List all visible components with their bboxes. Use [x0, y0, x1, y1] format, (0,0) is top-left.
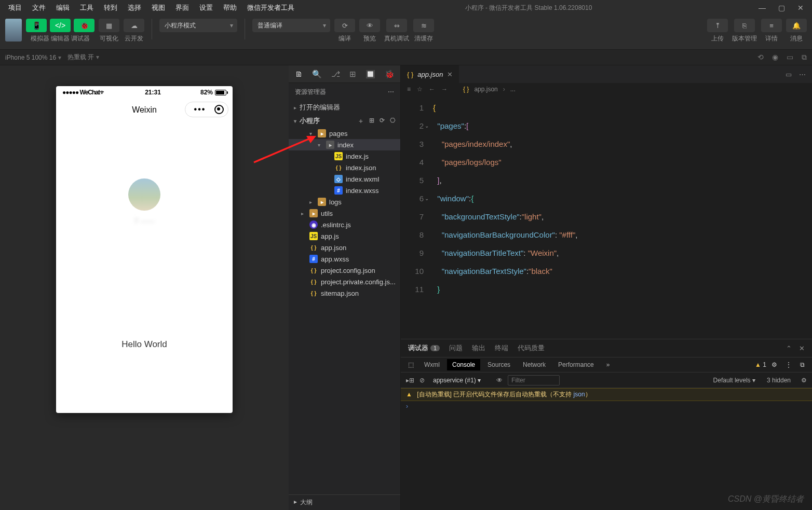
context-select[interactable]: appservice (#1) ▾: [430, 376, 491, 385]
editor-tool-icon[interactable]: ←: [429, 86, 435, 93]
editor-tool-icon[interactable]: ≡: [407, 86, 411, 93]
tree-item-pages[interactable]: ▾▸pages: [289, 128, 400, 139]
tree-item-project.private.config.js...[interactable]: { }project.private.config.js...: [289, 276, 400, 287]
devtools-tab-performance[interactable]: Performance: [553, 359, 599, 370]
capsule-close-icon[interactable]: [214, 105, 224, 114]
debugger-tab-代码质量[interactable]: 代码质量: [518, 343, 545, 353]
sim-tool-icon[interactable]: ⧉: [802, 53, 807, 62]
menu-帮助[interactable]: 帮助: [219, 1, 241, 15]
tree-item-app.json[interactable]: { }app.json: [289, 242, 400, 253]
tree-item-index.js[interactable]: JSindex.js: [289, 150, 400, 162]
tree-item-logs[interactable]: ▸▸logs: [289, 196, 400, 208]
preview-button[interactable]: 👁: [359, 19, 380, 32]
clear-cache-button[interactable]: ≋: [413, 19, 434, 32]
explorer-more-icon[interactable]: ⋯: [388, 88, 394, 95]
menu-微信开发者工具[interactable]: 微信开发者工具: [243, 1, 299, 15]
debugger-tab-问题[interactable]: 问题: [449, 343, 463, 353]
eye-icon[interactable]: 👁: [496, 377, 503, 384]
sim-tool-icon[interactable]: ⟲: [757, 53, 764, 62]
log-levels-select[interactable]: Default levels ▾: [713, 377, 755, 384]
tree-item-index.wxss[interactable]: #index.wxss: [289, 185, 400, 196]
project-action-icon[interactable]: ＋: [358, 117, 364, 126]
user-avatar[interactable]: [5, 19, 22, 42]
minimize-icon[interactable]: —: [759, 4, 766, 12]
detail-button[interactable]: ≡: [761, 19, 782, 32]
editor-tool-icon[interactable]: →: [441, 86, 448, 93]
toggle-sidebar-icon[interactable]: ▸⊞: [406, 377, 414, 384]
device-select[interactable]: iPhone 5 100% 16: [5, 54, 61, 61]
tree-item-index[interactable]: ▾▸index: [289, 139, 400, 150]
menu-工具[interactable]: 工具: [76, 1, 98, 15]
devtools-tab-console[interactable]: Console: [447, 359, 480, 370]
code-editor[interactable]: 1⌄2345⌄67891011 { "pages":[ "pages/index…: [401, 95, 812, 339]
devtools-more-icon[interactable]: »: [601, 359, 615, 370]
debugger-button[interactable]: 🐞: [74, 19, 94, 32]
devtools-action-icon[interactable]: ⚙: [768, 361, 780, 368]
compile-select[interactable]: 普通编译: [252, 19, 330, 32]
breadcrumb-more[interactable]: ...: [510, 86, 516, 93]
tree-item-.eslintrc.js[interactable]: ◉.eslintrc.js: [289, 219, 400, 230]
inspect-icon[interactable]: ⬚: [405, 361, 417, 368]
tree-item-utils[interactable]: ▸▸utils: [289, 208, 400, 219]
activity-icon[interactable]: 🐞: [385, 70, 395, 79]
tree-item-index.wxml[interactable]: ◇index.wxml: [289, 173, 400, 185]
menu-选择[interactable]: 选择: [124, 1, 145, 15]
menu-项目[interactable]: 项目: [4, 1, 26, 15]
activity-icon[interactable]: 🗎: [295, 70, 303, 78]
hidden-count[interactable]: 3 hidden: [767, 377, 791, 384]
capsule-menu-icon[interactable]: •••: [185, 105, 214, 114]
message-button[interactable]: 🔔: [786, 19, 807, 32]
menu-设置[interactable]: 设置: [195, 1, 217, 15]
menu-视图[interactable]: 视图: [147, 1, 169, 15]
console-output[interactable]: ▲ [自动热重载] 已开启代码文件保存后自动热重载（不支持 json） ›: [401, 388, 812, 510]
hot-reload-toggle[interactable]: 热重载 开: [67, 53, 99, 62]
editor-tool-icon[interactable]: ☆: [417, 86, 423, 93]
outline-section[interactable]: ▸大纲: [289, 494, 400, 510]
activity-icon[interactable]: ⊞: [349, 70, 356, 79]
close-icon[interactable]: ✕: [797, 4, 804, 12]
devtools-action-icon[interactable]: ⋮: [782, 361, 795, 368]
warning-count[interactable]: ▲ 1: [755, 361, 766, 368]
debugger-tab-调试器[interactable]: 调试器1: [408, 343, 440, 353]
console-prompt[interactable]: ›: [401, 401, 812, 411]
devtools-action-icon[interactable]: ⧉: [797, 361, 808, 368]
menu-界面[interactable]: 界面: [171, 1, 193, 15]
project-section[interactable]: ▾小程序 ＋⊞⟳⎔: [289, 114, 400, 128]
debugger-tab-输出[interactable]: 输出: [472, 343, 485, 353]
settings-icon[interactable]: ⚙: [801, 377, 807, 384]
tree-item-index.json[interactable]: { }index.json: [289, 162, 400, 173]
console-filter-input[interactable]: [508, 375, 560, 385]
visualize-button[interactable]: ▦: [99, 19, 119, 32]
sim-tool-icon[interactable]: ▭: [787, 53, 793, 62]
editor-layout-icon[interactable]: ▭: [786, 71, 792, 78]
upload-button[interactable]: ⤒: [707, 19, 728, 32]
maximize-icon[interactable]: ▢: [778, 4, 785, 12]
version-button[interactable]: ⎘: [734, 19, 755, 32]
simulator-button[interactable]: 📱: [26, 19, 47, 32]
sim-tool-icon[interactable]: ◉: [772, 53, 778, 62]
capsule-button[interactable]: •••: [185, 102, 228, 117]
devtools-tab-wxml[interactable]: Wxml: [419, 359, 445, 370]
tab-close-icon[interactable]: ✕: [447, 71, 453, 78]
mode-select[interactable]: 小程序模式: [159, 19, 237, 32]
debugger-tab-终端[interactable]: 终端: [495, 343, 508, 353]
project-action-icon[interactable]: ⊞: [369, 117, 374, 126]
editor-layout-icon[interactable]: ⋯: [799, 71, 806, 78]
compile-button[interactable]: ⟳: [334, 19, 355, 32]
open-editors-section[interactable]: ▸打开的编辑器: [289, 101, 400, 114]
menu-编辑[interactable]: 编辑: [52, 1, 74, 15]
tree-item-app.wxss[interactable]: #app.wxss: [289, 253, 400, 265]
activity-icon[interactable]: ⎇: [331, 70, 340, 79]
tree-item-project.config.json[interactable]: { }project.config.json: [289, 265, 400, 276]
devtools-tab-sources[interactable]: Sources: [482, 359, 516, 370]
editor-tab-app-json[interactable]: { } app.json ✕: [401, 65, 459, 83]
breadcrumb-file[interactable]: app.json: [474, 86, 497, 93]
menu-转到[interactable]: 转到: [100, 1, 121, 15]
remote-debug-button[interactable]: ⇔: [386, 19, 407, 32]
editor-button[interactable]: </>: [50, 19, 71, 32]
clear-console-icon[interactable]: ⊘: [419, 377, 425, 384]
tree-item-app.js[interactable]: JSapp.js: [289, 230, 400, 242]
activity-icon[interactable]: 🔍: [312, 70, 322, 79]
cloud-dev-button[interactable]: ☁: [124, 19, 144, 32]
project-action-icon[interactable]: ⟳: [380, 117, 385, 126]
